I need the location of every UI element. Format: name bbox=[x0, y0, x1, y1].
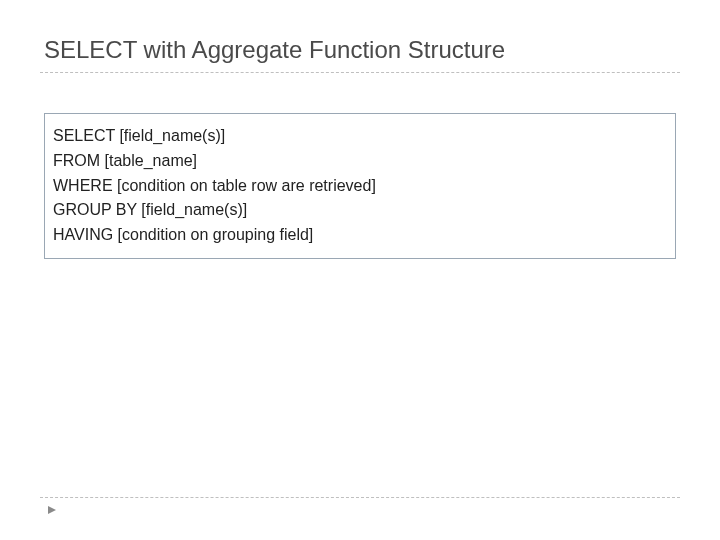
keyword-select: SELECT bbox=[53, 127, 115, 144]
code-rest-having: [condition on grouping field] bbox=[113, 226, 313, 243]
code-line-select: SELECT [field_name(s)] bbox=[53, 124, 667, 149]
divider-top bbox=[40, 72, 680, 73]
code-line-from: FROM [table_name] bbox=[53, 149, 667, 174]
code-rest-from: [table_name] bbox=[100, 152, 197, 169]
code-line-groupby: GROUP BY [field_name(s)] bbox=[53, 198, 667, 223]
code-structure-box: SELECT [field_name(s)] FROM [table_name]… bbox=[44, 113, 676, 259]
code-rest-select: [field_name(s)] bbox=[115, 127, 225, 144]
code-line-where: WHERE [condition on table row are retrie… bbox=[53, 174, 667, 199]
svg-marker-0 bbox=[48, 506, 56, 514]
code-rest-groupby: [field_name(s)] bbox=[137, 201, 247, 218]
code-rest-where: [condition on table row are retrieved] bbox=[113, 177, 376, 194]
page-title: SELECT with Aggregate Function Structure bbox=[40, 36, 680, 64]
divider-bottom bbox=[40, 497, 680, 498]
keyword-groupby: GROUP BY bbox=[53, 201, 137, 218]
keyword-where: WHERE bbox=[53, 177, 113, 194]
code-line-having: HAVING [condition on grouping field] bbox=[53, 223, 667, 248]
keyword-having: HAVING bbox=[53, 226, 113, 243]
bullet-arrow-icon bbox=[46, 504, 58, 516]
keyword-from: FROM bbox=[53, 152, 100, 169]
